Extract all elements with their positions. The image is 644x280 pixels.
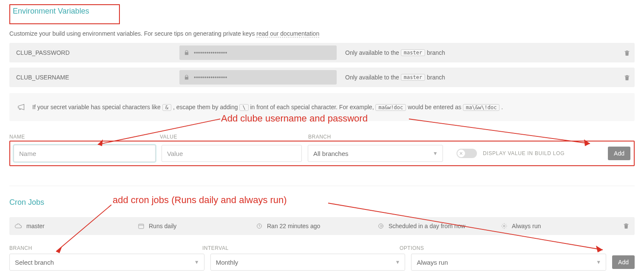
env-var-name: CLUB_USERNAME xyxy=(14,74,175,81)
docs-link[interactable]: read our documentation xyxy=(256,30,319,37)
cron-last-run: Ran 22 minutes ago xyxy=(267,223,320,229)
delete-cron-button[interactable] xyxy=(617,223,630,229)
lock-icon xyxy=(184,74,190,80)
svg-line-2 xyxy=(409,119,590,144)
env-desc-text: Customize your build using environment v… xyxy=(9,30,256,37)
cron-branch: master xyxy=(26,223,45,229)
cron-section-title: Cron Jobs xyxy=(9,198,635,207)
delete-env-var-button[interactable] xyxy=(617,49,630,56)
cron-option: Always run xyxy=(512,223,541,229)
label-branch: BRANCH xyxy=(308,134,444,140)
branch-cloud-icon xyxy=(14,222,22,230)
cron-next-run: Scheduled in a day from now xyxy=(389,223,465,229)
code-example-escaped: ma\&w\!doc xyxy=(463,104,499,111)
svg-point-12 xyxy=(503,225,505,227)
cron-branch-select[interactable]: Select branch xyxy=(9,254,204,271)
branch-badge: master xyxy=(401,49,425,56)
branch-badge: master xyxy=(401,74,425,81)
info-text: If your secret variable has special char… xyxy=(32,104,503,111)
cron-input-labels: BRANCH INTERVAL OPTIONS xyxy=(9,245,635,251)
label-name: NAME xyxy=(9,134,154,140)
env-var-row: CLUB_PASSWORD •••••••••••••••• Only avai… xyxy=(9,43,635,62)
env-name-input[interactable] xyxy=(14,145,156,162)
display-value-toggle[interactable]: ✕ DISPLAY VALUE IN BUILD LOG xyxy=(449,149,602,158)
env-input-labels: NAME VALUE BRANCH xyxy=(9,134,635,140)
env-add-button[interactable]: Add xyxy=(608,147,630,160)
trash-icon xyxy=(623,223,630,229)
env-branch-select[interactable]: All branches xyxy=(308,145,443,162)
env-add-row-highlight: All branches ▼ ✕ DISPLAY VALUE IN BUILD … xyxy=(9,141,635,166)
toggle-label: DISPLAY VALUE IN BUILD LOG xyxy=(483,150,565,156)
label-cron-branch: BRANCH xyxy=(9,245,196,251)
trash-icon xyxy=(624,50,630,57)
env-value-input[interactable] xyxy=(162,145,302,162)
code-example-raw: ma&w!doc xyxy=(375,104,406,111)
trash-icon xyxy=(624,74,630,81)
env-var-branch-text: Only available to the master branch xyxy=(341,49,613,56)
section-divider xyxy=(9,186,635,186)
megaphone-icon xyxy=(17,102,26,112)
cron-interval-select[interactable]: Monthly xyxy=(210,254,406,271)
env-description: Customize your build using environment v… xyxy=(9,30,635,37)
info-box: If your secret variable has special char… xyxy=(9,93,635,121)
code-backslash: \ xyxy=(239,104,248,111)
delete-env-var-button[interactable] xyxy=(617,74,630,81)
env-var-row: CLUB_USERNAME •••••••••••••••• Only avai… xyxy=(9,68,635,87)
label-value: VALUE xyxy=(160,134,302,140)
env-var-dots: •••••••••••••••• xyxy=(194,74,227,81)
label-cron-options: OPTIONS xyxy=(400,245,635,251)
fast-forward-icon xyxy=(377,223,384,229)
env-title-highlight: Environment Variables xyxy=(9,4,120,24)
lock-icon xyxy=(184,50,190,56)
cron-interval: Runs daily xyxy=(149,223,176,229)
env-section-title: Environment Variables xyxy=(13,7,115,16)
cron-add-row: Select branch ▼ Monthly ▼ Always run ▼ A… xyxy=(9,254,635,271)
clock-icon xyxy=(256,223,263,229)
cron-options-select[interactable]: Always run xyxy=(411,254,606,271)
cron-job-row: master Runs daily Ran 22 minutes ago Sch… xyxy=(9,217,635,235)
gear-icon xyxy=(501,223,508,229)
env-var-dots: •••••••••••••••• xyxy=(194,49,227,56)
cron-add-button[interactable]: Add xyxy=(612,255,635,269)
env-var-name: CLUB_PASSWORD xyxy=(14,49,175,56)
env-var-branch-text: Only available to the master branch xyxy=(341,74,613,81)
env-var-value-masked: •••••••••••••••• xyxy=(179,70,337,85)
code-amp: & xyxy=(162,104,171,111)
env-var-value-masked: •••••••••••••••• xyxy=(179,45,337,60)
label-cron-interval: INTERVAL xyxy=(202,245,394,251)
svg-rect-8 xyxy=(139,224,144,229)
calendar-icon xyxy=(138,223,145,229)
